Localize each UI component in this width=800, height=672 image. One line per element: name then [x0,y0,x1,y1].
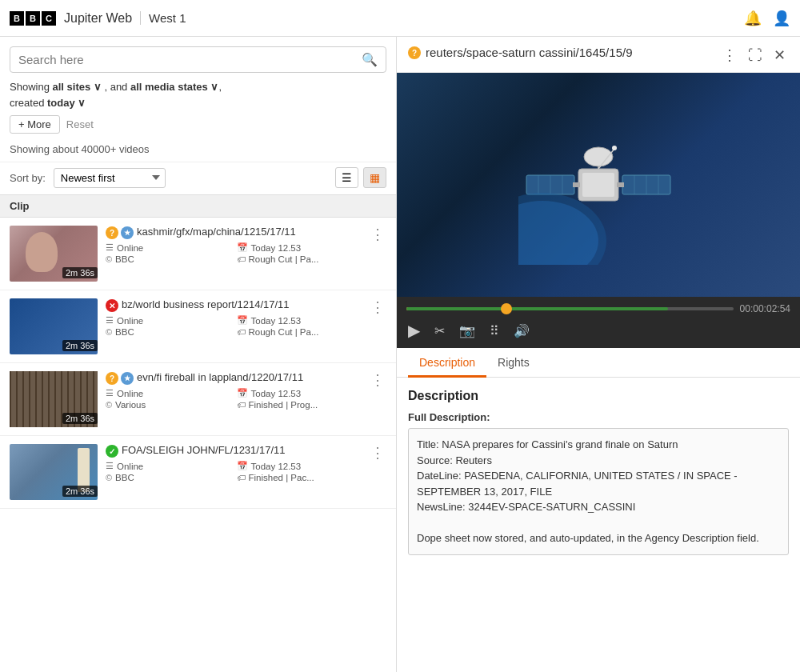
platform-item: ☰ Online [106,242,230,253]
filter-and-text: , and [102,81,130,93]
clip-info: ✓ FOA/SLEIGH JOHN/FL/1231/17/11 ☰ Online… [106,444,361,482]
satellite-illustration [518,105,678,265]
search-bar[interactable]: 🔍 [10,46,386,73]
clip-meta: ☰ Online 📅 Today 12.53 © BBC 🏷 [106,242,361,264]
camera-button[interactable]: 📷 [458,322,477,340]
svg-rect-10 [573,182,580,187]
search-icon: 🔍 [362,52,378,67]
rights-item: © Various [106,400,230,410]
section-header: Clip [0,194,396,218]
platform-icon: ☰ [106,461,114,471]
tab-rights[interactable]: Rights [486,348,541,378]
rights-value: BBC [115,327,134,337]
platform-value: Online [117,316,143,326]
clip-info: ✕ bz/world business report/1214/17/11 ☰ … [106,298,361,337]
controls-row: ▶ ✂ 📷 ⠿ 🔊 [406,319,790,342]
clip-title: FOA/SLEIGH JOHN/FL/1231/17/11 [122,444,361,458]
list-item[interactable]: 2m 36s ? ★ evn/fi fireball in lappland/1… [0,363,396,436]
tags-value: Rough Cut | Pa... [249,327,319,337]
list-item[interactable]: 2m 36s ✕ bz/world business report/1214/1… [0,290,396,363]
date-value: Today 12.53 [251,243,302,253]
calendar-icon: 📅 [237,242,248,253]
clip-title-row: ✓ FOA/SLEIGH JOHN/FL/1231/17/11 [106,444,361,458]
rights-value: Various [115,400,146,410]
left-panel: 🔍 Showing all sites ∨ , and all media st… [0,37,397,672]
description-panel: Description Full Description: Title: NAS… [397,378,800,672]
clip-duration: 2m 36s [62,340,98,351]
clip-more-button[interactable]: ⋮ [369,444,386,462]
tag-icon: 🏷 [237,400,246,410]
grid-button[interactable]: ⠿ [488,322,501,340]
filter-chevron-1: ∨ [94,81,102,93]
clip-status-icons: ✕ [106,299,118,312]
copyright-icon: © [106,400,112,410]
copyright-icon: © [106,473,112,482]
progress-bar-container: 00:00:02:54 [406,303,790,314]
clip-status-icons: ? ★ [106,226,134,239]
grid-view-button[interactable]: ▦ [363,167,386,188]
clip-duration: 2m 36s [62,267,98,278]
clip-thumbnail: 2m 36s [10,298,98,354]
time-display: 00:00:02:54 [740,303,790,314]
count-text: Showing about 40000+ videos [10,143,150,155]
user-icon[interactable]: 👤 [773,10,790,27]
filter-sites-link[interactable]: all sites [52,81,90,93]
clip-more-button[interactable]: ⋮ [369,298,386,316]
list-item[interactable]: 2m 36s ✓ FOA/SLEIGH JOHN/FL/1231/17/11 ☰… [0,436,396,509]
date-item: 📅 Today 12.53 [237,315,362,326]
status-star-icon: ★ [121,372,134,385]
reset-button[interactable]: Reset [66,118,94,130]
rights-item: © BBC [106,254,230,264]
results-count: Showing about 40000+ videos [0,140,396,162]
bbc-logo: B B C [10,11,56,26]
app-header: B B C Jupiter Web West 1 🔔 👤 [0,0,800,37]
clip-thumbnail: 2m 36s [10,444,98,500]
list-view-button[interactable]: ☰ [335,167,358,188]
more-button[interactable]: + More [10,115,60,134]
list-item[interactable]: 2m 36s ? ★ kashmir/gfx/map/china/1215/17… [0,218,396,290]
clip-more-button[interactable]: ⋮ [369,371,386,389]
bbc-c: C [42,11,56,26]
more-label: + More [18,118,51,130]
description-heading: Description [408,389,789,403]
clip-thumbnail: 2m 36s [10,226,98,282]
platform-value: Online [117,462,143,471]
clip-status-icons: ✓ [106,445,118,458]
volume-button[interactable]: 🔊 [512,322,531,340]
clip-meta: ☰ Online 📅 Today 12.53 © BBC 🏷 [106,461,361,482]
svg-point-15 [612,146,617,150]
filter-states-link[interactable]: all media states [130,81,208,93]
tag-icon: 🏷 [237,327,246,337]
bbc-b2: B [26,11,40,26]
clip-more-button[interactable]: ⋮ [369,226,386,243]
platform-value: Online [117,389,143,398]
play-button[interactable]: ▶ [406,319,422,342]
filter-today-link[interactable]: today [47,97,75,109]
clip-meta: ☰ Online 📅 Today 12.53 © BBC 🏷 [106,315,361,337]
copyright-icon: © [106,327,112,337]
expand-button[interactable]: ⛶ [745,46,766,66]
thumb-face-decoration [26,232,58,272]
status-ok-icon: ✓ [106,445,118,458]
date-item: 📅 Today 12.53 [237,242,362,253]
progress-bar[interactable] [406,307,734,310]
platform-item: ☰ Online [106,388,230,398]
notification-icon[interactable]: 🔔 [744,10,762,27]
filter-chevron-3: ∨ [78,97,86,109]
date-item: 📅 Today 12.53 [237,388,362,398]
progress-handle[interactable] [501,303,512,314]
section-label: Clip [10,200,30,212]
close-button[interactable]: ✕ [770,45,789,66]
more-options-button[interactable]: ⋮ [719,45,740,66]
tag-icon: 🏷 [237,254,246,264]
scissors-button[interactable]: ✂ [433,322,446,340]
sort-label: Sort by: [10,172,46,184]
tags-item: 🏷 Rough Cut | Pa... [237,254,362,264]
reset-label: Reset [66,118,94,130]
clip-meta: ☰ Online 📅 Today 12.53 © Various 🏷 [106,388,361,410]
tab-description[interactable]: Description [408,348,486,378]
search-input[interactable] [18,53,362,66]
sort-select[interactable]: Newest first Oldest first Relevance [54,168,166,188]
filter-showing-text: Showing [10,81,52,93]
right-panel: ? reuters/space-saturn cassini/1645/15/9… [397,37,800,672]
